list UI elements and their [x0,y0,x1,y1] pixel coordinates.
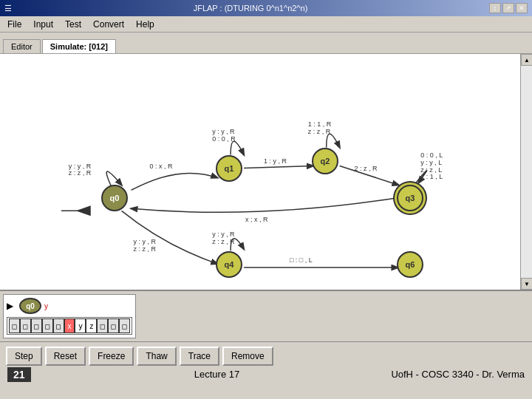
main-content: 0 : x , R y : y , R z : z , R y : y , R … [0,53,532,290]
scroll-track[interactable] [521,66,532,278]
tape-cell-6: y [75,318,86,333]
tape-cell-10: □ [119,318,130,333]
svg-text:2 : z , R: 2 : z , R [355,165,378,172]
sim-state-row: ▶ q0 y [7,298,132,314]
state-q0[interactable]: q0 [101,185,128,211]
tab-editor[interactable]: Editor [3,39,41,53]
svg-text:y : y , R: y : y , R [69,163,92,170]
button-bar: Step Reset Freeze Thaw Trace Remove [0,341,532,370]
state-q3[interactable]: q3 [397,185,423,211]
close-button[interactable]: ✕ [516,3,528,13]
title-bar: ☰ JFLAP : (DTURING 0^n1^n2^n) ↕ ↗ ✕ [0,0,532,16]
step-button[interactable]: Step [6,347,42,366]
svg-text:1 : 1 , L: 1 : 1 , L [420,173,443,180]
sim-y-label: y [44,302,48,310]
svg-text:□ : □ , L: □ : □ , L [290,256,313,264]
state-q4[interactable]: q4 [216,251,242,278]
sim-right-panel [139,294,529,338]
maximize-button[interactable]: ↗ [502,3,514,13]
remove-button[interactable]: Remove [222,347,273,366]
tab-simulate[interactable]: Simulate: [012] [42,39,116,53]
svg-text:0 : 0 , L: 0 : 0 , L [420,151,443,159]
sim-arrow-icon: ▶ [7,301,13,311]
title-bar-title: JFLAP : (DTURING 0^n1^n2^n) [12,4,489,13]
scroll-down-button[interactable]: ▼ [521,278,532,290]
tape-cell-3: □ [42,318,53,333]
state-q2[interactable]: q2 [312,148,338,174]
slide-number: 21 [7,367,31,382]
svg-text:x ; x , R: x ; x , R [245,216,268,223]
title-bar-controls: ↕ ↗ ✕ [489,3,528,13]
trace-button[interactable]: Trace [180,347,219,366]
svg-text:z : z , R: z : z , R [134,245,157,253]
svg-text:y : y , R: y : y , R [134,238,157,245]
tape-cell-2: □ [31,318,42,333]
status-right-text: UofH - COSC 3340 - Dr. Verma [391,369,525,380]
svg-text:z : z , R: z : z , R [212,238,235,245]
svg-text:0 : x , R: 0 : x , R [149,163,172,170]
menu-file[interactable]: File [3,18,26,31]
svg-text:y : y , L: y : y , L [420,159,442,166]
tape-cell-5: x [64,318,75,333]
freeze-button[interactable]: Freeze [89,347,134,366]
tape-cell-8: □ [97,318,108,333]
state-q6[interactable]: q6 [397,251,423,278]
svg-text:1 : 1 , R: 1 : 1 , R [308,120,332,128]
menu-input[interactable]: Input [29,18,58,31]
graph-canvas: 0 : x , R y : y , R z : z , R y : y , R … [0,54,520,290]
minimize-button[interactable]: ↕ [489,3,501,13]
thaw-button[interactable]: Thaw [137,347,176,366]
svg-text:0 : 0 , R: 0 : 0 , R [212,135,236,143]
vertical-scrollbar[interactable]: ▲ ▼ [520,54,532,290]
canvas-area[interactable]: 0 : x , R y : y , R z : z , R y : y , R … [0,54,520,290]
svg-text:1 : y , R: 1 : y , R [264,157,287,165]
sim-tape: □ □ □ □ □ x y z □ □ □ [7,317,132,335]
menu-help[interactable]: Help [132,18,159,31]
svg-text:y : y , R: y : y , R [212,128,235,135]
svg-text:y : y , R: y : y , R [212,231,235,238]
tape-cell-0: □ [9,318,20,333]
tape-cell-7: z [86,318,97,333]
svg-text:z : z , R: z : z , R [308,128,331,135]
tape-cell-1: □ [20,318,31,333]
tape-cell-9: □ [108,318,119,333]
svg-text:z : z , R: z : z , R [69,169,92,177]
menu-bar: File Input Test Convert Help [0,16,532,33]
state-q1[interactable]: q1 [216,155,242,182]
sim-left-panel: ▶ q0 y □ □ □ □ □ x y z □ □ □ [3,294,136,338]
reset-button[interactable]: Reset [45,347,86,366]
scroll-up-button[interactable]: ▲ [521,54,532,66]
sim-content: ▶ q0 y □ □ □ □ □ x y z □ □ □ [0,291,532,341]
tape-cell-4: □ [53,318,64,333]
sim-current-state: q0 [19,298,41,314]
title-bar-icon: ☰ [4,4,12,13]
menu-test[interactable]: Test [61,18,86,31]
menu-convert[interactable]: Convert [89,18,129,31]
tab-bar: Editor Simulate: [012] [0,33,532,53]
simulation-panel: ▶ q0 y □ □ □ □ □ x y z □ □ □ Step Reset [0,290,532,364]
svg-text:z : z , L: z : z , L [420,166,442,174]
status-center-text: Lecture 17 [43,369,392,380]
